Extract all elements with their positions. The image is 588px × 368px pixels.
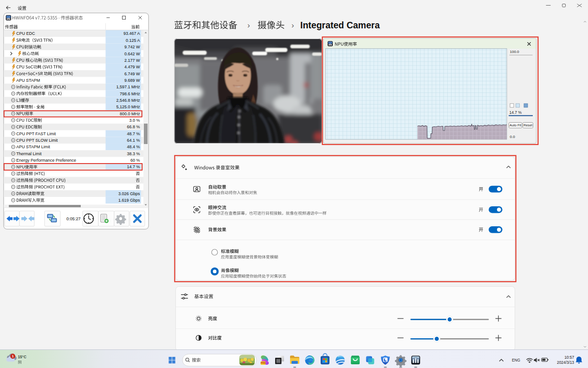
svg-text:66.8 %: 66.8 %	[127, 125, 140, 129]
svg-text:Energy Performance Preference: Energy Performance Preference	[16, 158, 76, 163]
svg-text:14.7 %: 14.7 %	[510, 110, 522, 115]
svg-text:9.689 W: 9.689 W	[124, 78, 140, 83]
svg-text:6.749 W: 6.749 W	[124, 72, 140, 76]
svg-text:Reset: Reset	[523, 123, 532, 127]
svg-text:798.6 MHz: 798.6 MHz	[120, 92, 140, 96]
svg-text:0:05:27: 0:05:27	[66, 217, 81, 221]
svg-text:5,125.0 MHz: 5,125.0 MHz	[116, 105, 140, 109]
svg-text:800.0 MHz: 800.0 MHz	[120, 112, 140, 116]
svg-text:2024/3/13: 2024/3/13	[557, 360, 574, 365]
svg-text:0.125 A: 0.125 A	[126, 38, 140, 43]
svg-text:APU STAPM: APU STAPM	[16, 78, 40, 83]
svg-text:APU STAPM Limit: APU STAPM Limit	[16, 145, 50, 149]
svg-text:Integrated Camera: Integrated Camera	[300, 20, 380, 30]
svg-text:ENG: ENG	[512, 358, 520, 362]
svg-text:›: ›	[247, 21, 250, 30]
svg-text:PRS: PRS	[261, 361, 266, 364]
svg-text:38.3 %: 38.3 %	[127, 151, 140, 156]
svg-text:Thermal Limit: Thermal Limit	[16, 151, 42, 156]
svg-text:100.0: 100.0	[510, 50, 520, 54]
svg-text:1,597.1 MHz: 1,597.1 MHz	[116, 85, 140, 89]
svg-text:4.479 W: 4.479 W	[124, 65, 140, 69]
svg-text:60 %: 60 %	[130, 158, 140, 163]
svg-text:0.0: 0.0	[510, 135, 516, 139]
svg-text:1.619 Gbps: 1.619 Gbps	[118, 198, 140, 203]
svg-text:1: 1	[12, 354, 13, 358]
svg-text:48.7 %: 48.7 %	[127, 131, 140, 136]
svg-text:2,546.8 MHz: 2,546.8 MHz	[116, 98, 140, 103]
svg-text:14.7 %: 14.7 %	[127, 164, 140, 169]
svg-text:93.467 A: 93.467 A	[123, 31, 140, 36]
svg-text:64.1 %: 64.1 %	[127, 138, 140, 143]
svg-text:CPU PPT SLOW Limit: CPU PPT SLOW Limit	[16, 138, 58, 143]
svg-text:›: ›	[291, 21, 294, 30]
svg-text:15°C: 15°C	[18, 355, 26, 359]
svg-text:9.742 W: 9.742 W	[124, 45, 140, 49]
svg-text:CPU EDC: CPU EDC	[16, 31, 35, 36]
svg-text:2.177 W: 2.177 W	[124, 58, 140, 63]
svg-text:3.026 Gbps: 3.026 Gbps	[118, 191, 140, 196]
svg-text:Auto Fit: Auto Fit	[510, 123, 521, 127]
svg-text:48.4 %: 48.4 %	[127, 145, 140, 149]
svg-text:3.0 %: 3.0 %	[129, 118, 140, 123]
svg-text:CPU PPT FAST Limit: CPU PPT FAST Limit	[16, 131, 56, 136]
svg-text:0.642 W: 0.642 W	[124, 52, 140, 56]
svg-text:10:57: 10:57	[564, 355, 574, 360]
